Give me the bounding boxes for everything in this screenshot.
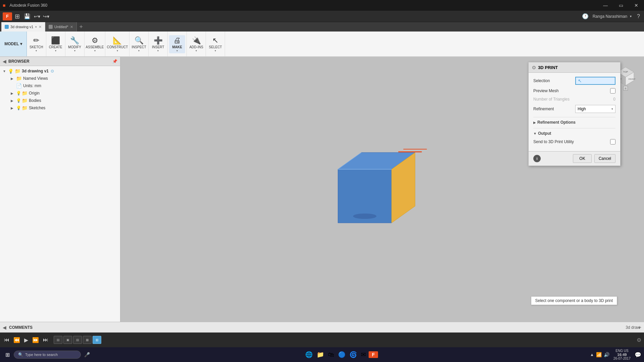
create-group: ⬛ CREATE ▾: [46, 32, 65, 56]
timeline-settings-btn[interactable]: ⚙: [637, 337, 641, 343]
help-button[interactable]: ?: [636, 13, 641, 20]
playback-next-btn[interactable]: ⏩: [31, 336, 40, 344]
minimize-button[interactable]: ―: [598, 0, 613, 11]
preview-mesh-checkbox[interactable]: [610, 88, 615, 94]
create-icon: ⬛: [51, 36, 60, 45]
tree-units-label: Units: mm: [23, 83, 41, 88]
playback-prev-btn[interactable]: ⏪: [12, 336, 21, 344]
assemble-btn[interactable]: ⚙ ASSEMBLE ▾: [86, 35, 104, 53]
3d-print-panel: ⊙ 3D PRINT Selection ↖ Preview Mesh: [528, 62, 621, 166]
origin-arrow: ▶: [11, 92, 16, 95]
tree-item-sketches[interactable]: ▶ 💡 📁 Sketches: [0, 104, 120, 112]
tree-item-bodies[interactable]: ▶ 💡 📁 Bodies: [0, 97, 120, 104]
num-triangles-row: Number of Triangles 0: [533, 97, 615, 102]
3d-model-view: [318, 142, 435, 236]
cortana-btn[interactable]: 🎤: [82, 351, 92, 359]
redo-button[interactable]: ↪▾: [42, 13, 50, 20]
browser-pin-icon[interactable]: 📌: [112, 59, 117, 64]
save-button[interactable]: 💾: [22, 12, 32, 20]
timeline-marker-2[interactable]: ▣: [63, 336, 72, 344]
grid-apps-button[interactable]: ⊞: [13, 12, 21, 21]
bodies-light-icon: 💡: [16, 98, 21, 103]
tree-item-named-views[interactable]: ▶ 📁 Named Views: [0, 75, 120, 82]
send-to-3d-checkbox[interactable]: [610, 139, 615, 144]
tree-root-label: 3d drawing v1: [22, 69, 49, 73]
addins-caret: ▾: [196, 49, 197, 52]
viewport-canvas[interactable]: TOP LEFT FRONT ⌂ ⊙ 3D PRINT Selection: [121, 57, 644, 322]
ok-button[interactable]: OK: [573, 154, 591, 163]
close-button[interactable]: ✕: [629, 0, 644, 11]
undo-button[interactable]: ↩▾: [33, 13, 41, 20]
clock-area[interactable]: ENG US 16:49 26-07-2017: [611, 348, 633, 361]
fusion-icon[interactable]: F: [369, 351, 378, 358]
inspect-btn[interactable]: 🔍 INSPECT ▾: [131, 35, 147, 53]
make-caret: ▾: [176, 49, 178, 52]
cancel-button[interactable]: Cancel: [594, 154, 615, 163]
blender-icon[interactable]: 🌀: [348, 350, 358, 359]
tree-item-origin[interactable]: ▶ 💡 📁 Origin: [0, 89, 120, 97]
playback-first-btn[interactable]: ⏮: [3, 336, 11, 344]
tab-untitled[interactable]: Untitled* ✕: [45, 22, 77, 32]
preview-mesh-label: Preview Mesh: [533, 88, 558, 93]
origin-folder-icon: 📁: [22, 90, 28, 96]
tab-drawing-close[interactable]: ✕: [39, 25, 42, 29]
inspect-label: INSPECT: [132, 45, 146, 49]
selection-input[interactable]: ↖: [575, 77, 615, 85]
user-caret: ▾: [630, 14, 632, 18]
construct-group: 📐 CONSTRUCT ▾: [105, 32, 129, 56]
title-bar-controls[interactable]: ― ▭ ✕: [598, 0, 644, 11]
timeline-marker-4[interactable]: ▦: [83, 336, 92, 344]
chrome-icon[interactable]: 🔵: [337, 350, 347, 359]
select-btn[interactable]: ↖ SELECT ▾: [207, 35, 223, 53]
playback-play-btn[interactable]: ▶: [23, 336, 30, 344]
construct-icon: 📐: [113, 36, 122, 45]
store-icon[interactable]: 🛍: [327, 351, 335, 359]
addins-btn[interactable]: 🔌 ADD-INS ▾: [188, 35, 204, 53]
create-btn[interactable]: ⬛ CREATE ▾: [48, 35, 64, 53]
tab-drawing[interactable]: 3d drawing v1 ● ✕: [1, 22, 45, 32]
select-group: ↖ SELECT ▾: [206, 32, 225, 56]
output-arrow: ▼: [533, 132, 537, 135]
modify-btn[interactable]: 🔧 MODIFY ▾: [67, 35, 83, 53]
tree-item-root[interactable]: ▼ 💡 📁 3d drawing v1 ⊙: [0, 67, 120, 75]
notification-icon[interactable]: 💬: [635, 352, 641, 358]
insert-btn[interactable]: ➕ INSERT ▾: [150, 35, 166, 53]
tray-up-arrow[interactable]: ▲: [590, 352, 594, 357]
maximize-button[interactable]: ▭: [613, 0, 629, 11]
root-target-icon[interactable]: ⊙: [51, 69, 54, 73]
browser-collapse-icon[interactable]: ◀: [3, 59, 6, 64]
output-section-header[interactable]: ▼ Output: [533, 128, 615, 136]
explorer-icon[interactable]: 📁: [315, 350, 325, 359]
refinement-label: Refinement: [533, 107, 554, 111]
comments-collapse-btn[interactable]: ◀: [3, 325, 6, 330]
playback-last-btn[interactable]: ⏭: [42, 336, 50, 344]
root-folder-icon: 📁: [15, 68, 20, 74]
construct-btn[interactable]: 📐 CONSTRUCT ▾: [107, 35, 128, 53]
refinement-options-section[interactable]: ▶ Refinement Options: [533, 117, 615, 125]
model-tab[interactable]: MODEL ▾: [0, 32, 27, 56]
tree-named-views-label: Named Views: [23, 76, 48, 81]
tab-add[interactable]: +: [77, 22, 86, 32]
main-content: ◀ BROWSER 📌 ▼ 💡 📁 3d drawing v1 ⊙ ▶ 📁: [0, 57, 644, 322]
user-name[interactable]: Ranga Narashiman: [593, 14, 627, 19]
make-btn[interactable]: 🖨 MAKE ▾: [169, 35, 185, 53]
timeline-marker-3[interactable]: ▤: [73, 336, 82, 344]
tree-sketches-label: Sketches: [29, 106, 45, 110]
ie-icon[interactable]: 🌐: [304, 350, 314, 359]
root-expand-arrow: ▼: [3, 69, 8, 73]
tab-untitled-close[interactable]: ✕: [70, 25, 73, 29]
construct-label: CONSTRUCT: [107, 45, 128, 49]
sketch-main-btn[interactable]: ✏ SKETCH ▾: [28, 35, 45, 53]
refinement-dropdown[interactable]: High ▾: [575, 105, 615, 113]
info-button[interactable]: i: [533, 155, 541, 162]
modify-label: MODIFY: [68, 45, 81, 49]
origin-light-icon: 💡: [16, 91, 21, 96]
tree-item-units[interactable]: 📄 Units: mm: [0, 82, 120, 89]
start-button[interactable]: ⊞: [3, 350, 12, 359]
search-btn[interactable]: 🔍 Type here to search: [14, 351, 81, 359]
app-menu-button[interactable]: F: [3, 12, 12, 20]
timeline-marker-5[interactable]: ▥: [93, 336, 101, 344]
addins-group: 🔌 ADD-INS ▾: [187, 32, 206, 56]
mail-icon[interactable]: ✉: [360, 350, 367, 359]
timeline-marker-1[interactable]: ▤: [54, 336, 62, 344]
